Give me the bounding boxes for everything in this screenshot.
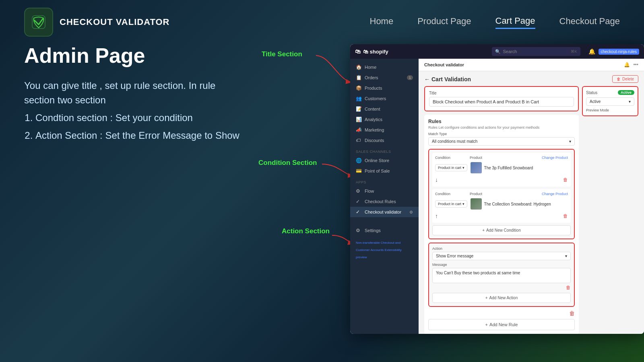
sidebar-analytics[interactable]: 📊 Analytics [350, 114, 419, 125]
shopify-main[interactable]: Checkout validator 🔔 ••• ← [419, 59, 644, 334]
sidebar-customers[interactable]: 👥 Customers [350, 93, 419, 104]
sidebar-flow[interactable]: ⚙ Flow [350, 186, 419, 196]
non-transferable-text: Non-transferable Checkout and Customer A… [356, 241, 402, 259]
sidebar-content-label: Content [365, 107, 380, 111]
title-input[interactable]: Block Checkout when Product A and Produc… [429, 97, 574, 107]
action-select[interactable]: Show Error message ▾ [432, 252, 571, 260]
notification-icon[interactable]: 🔔 [588, 48, 595, 55]
cv-page: ← Cart Validation 🗑 Delete [419, 71, 644, 334]
discounts-icon: 🏷 [356, 138, 361, 143]
plus-icon-rule: + [485, 322, 488, 327]
product-thumb-1 [471, 162, 482, 173]
sidebar-online-store-label: Online Store [365, 158, 389, 163]
bell-icon: 🔔 [624, 62, 630, 68]
trash-icon: 🗑 [617, 77, 621, 81]
settings-icon: ⚙ [356, 228, 361, 233]
annotation-condition-section: Condition Section [258, 159, 317, 167]
content-icon: 📝 [356, 106, 361, 112]
left-panel: Admin Page You can give title , set up r… [24, 44, 242, 358]
delete-condition-2[interactable]: 🗑 [563, 213, 568, 219]
sidebar-settings-label: Settings [365, 228, 381, 233]
logo-icon [24, 8, 53, 37]
sidebar-home-label: Home [365, 65, 376, 70]
condition-section: Condition Product Change Product Product… [428, 149, 575, 239]
analytics-icon: 📊 [356, 117, 361, 122]
sidebar-settings[interactable]: ⚙ Settings [350, 225, 419, 236]
description-text: You can give title , set up rule section… [24, 78, 242, 143]
rules-heading: Rules [428, 119, 575, 124]
orders-badge: 1 [407, 75, 413, 80]
nav-home[interactable]: Home [370, 16, 394, 28]
nav-cart-page[interactable]: Cart Page [495, 16, 535, 29]
sidebar-marketing[interactable]: 📣 Marketing [350, 125, 419, 135]
user-store-badge[interactable]: checkout-ninja-rules [599, 49, 640, 55]
right-panel: Title Section Condition Section Action S… [258, 44, 644, 358]
add-action-button[interactable]: + Add New Action [432, 293, 571, 303]
shopify-topbar: 🛍 🛍 shopify 🔍 Search ⌘K 🔔 checkout-ninja… [350, 44, 644, 59]
cv-back-link[interactable]: ← Cart Validation [424, 76, 471, 82]
ellipsis-icon: ••• [633, 62, 638, 68]
flow-icon: ⚙ [356, 188, 361, 194]
title-field-label: Title [429, 91, 574, 95]
back-arrow-icon: ← [424, 76, 430, 82]
header: CHECKOUT VALIDATOR Home Product Page Car… [0, 0, 644, 44]
change-product-2[interactable]: Change Product [542, 192, 568, 196]
message-input[interactable]: You Can't Buy these two products at same… [432, 268, 571, 283]
topbar-right: 🔔 checkout-ninja-rules [588, 48, 640, 55]
status-active-badge: Active [618, 90, 634, 95]
delete-action-icon[interactable]: 🗑 [566, 285, 571, 290]
nav-checkout-page[interactable]: Checkout Page [559, 16, 620, 28]
brand-name: CHECKOUT VALIDATOR [60, 17, 169, 27]
title-section: Title Block Checkout when Product A and … [424, 86, 579, 111]
change-product-1[interactable]: Change Product [542, 156, 568, 160]
condition-row-header-1: Condition Product Change Product [435, 156, 568, 160]
app-name: Checkout validator [424, 62, 464, 67]
condition-actions-1: ↓ 🗑 [435, 176, 568, 184]
app-header-icons: 🔔 ••• [624, 62, 638, 68]
main-content: Admin Page You can give title , set up r… [0, 44, 644, 358]
chevron-down-icon: ▾ [569, 139, 571, 144]
delete-rule-icon[interactable]: 🗑 [569, 310, 575, 317]
action-label: Action [432, 247, 571, 251]
shopify-mockup: 🛍 🛍 shopify 🔍 Search ⌘K 🔔 checkout-ninja… [350, 44, 644, 334]
match-type-select[interactable]: All conditions must match ▾ [428, 137, 575, 146]
delete-condition-1[interactable]: 🗑 [563, 177, 568, 183]
annotation-title-section: Title Section [262, 50, 302, 58]
sidebar-checkout-validator[interactable]: ✓ Checkout validator ⚙ [350, 207, 419, 217]
condition-select-1[interactable]: Product in cart ▾ [435, 164, 467, 171]
sidebar-orders-label: Orders [365, 75, 378, 80]
status-select[interactable]: Active ▾ [586, 97, 634, 106]
sidebar-discounts[interactable]: 🏷 Discounts [350, 135, 419, 146]
chevron-icon-2: ▾ [462, 202, 464, 206]
sidebar-checkout-rules[interactable]: ✓ Checkout Rules [350, 196, 419, 207]
move-up-icon-2[interactable]: ↑ [435, 213, 438, 219]
add-condition-button[interactable]: + Add New Condition [432, 225, 571, 235]
shopify-search[interactable]: 🔍 Search ⌘K [492, 47, 580, 56]
sidebar-products[interactable]: 📦 Products [350, 83, 419, 93]
sidebar-home[interactable]: 🏠 Home [350, 62, 419, 72]
sidebar-content[interactable]: 📝 Content [350, 104, 419, 114]
status-header: Status Active [586, 90, 634, 95]
sidebar-flow-label: Flow [365, 189, 374, 193]
product-item-1: The 3p Fulfilled Snowboard [471, 162, 533, 173]
annotation-action-section: Action Section [282, 227, 330, 235]
sidebar-online-store[interactable]: 🌐 Online Store [350, 155, 419, 166]
condition-select-2[interactable]: Product in cart ▾ [435, 200, 467, 208]
logo-area: CHECKOUT VALIDATOR [24, 8, 169, 37]
sidebar-orders[interactable]: 📋 Orders 1 [350, 72, 419, 83]
home-icon: 🏠 [356, 64, 361, 70]
sidebar-pos[interactable]: 💳 Point of Sale [350, 166, 419, 176]
match-type-label: Match Type [428, 132, 575, 136]
checkout-rules-icon: ✓ [356, 199, 361, 204]
move-down-icon-1[interactable]: ↓ [435, 177, 438, 183]
shopify-brand: 🛍 🛍 shopify [355, 48, 388, 55]
delete-button[interactable]: 🗑 Delete [612, 75, 638, 83]
list-item-2: Action Section : Set the Error Message t… [35, 128, 242, 143]
preview-mode-label: Preview Mode [586, 108, 634, 112]
add-rule-button[interactable]: + Add New Rule [428, 319, 575, 330]
sales-channels-label: Sales channels [350, 146, 419, 155]
apps-label: Apps [350, 176, 419, 186]
rules-section: Rules Rules Let configure conditions and… [424, 115, 579, 334]
customers-icon: 👥 [356, 96, 361, 101]
nav-product-page[interactable]: Product Page [417, 16, 471, 28]
